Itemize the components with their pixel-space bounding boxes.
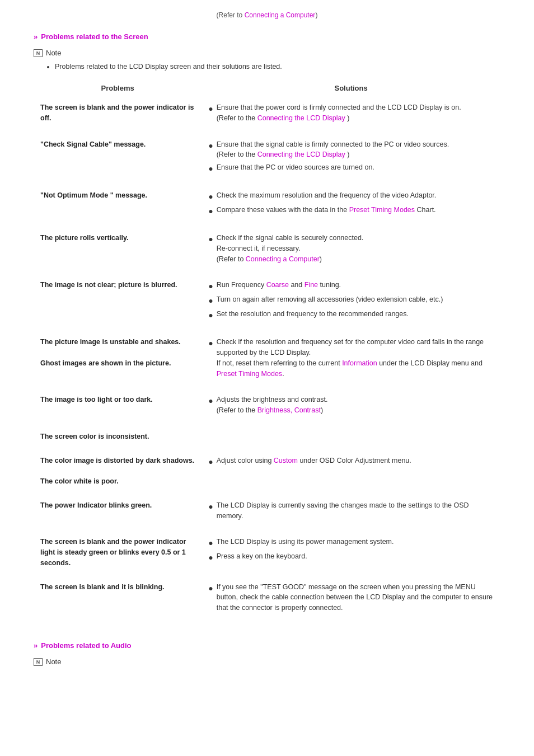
col-problems-header: Problems xyxy=(34,81,202,98)
bullet-icon: ● xyxy=(208,552,213,564)
solution-cell: ●Run Frequency Coarse and Fine tuning. ●… xyxy=(202,275,500,332)
table-row: The image is too light or too dark. ●Adj… xyxy=(34,390,500,427)
problem-cell: The picture image is unstable and shakes… xyxy=(34,332,202,390)
bullet-icon: ● xyxy=(208,583,213,594)
bullet-icon: ● xyxy=(208,501,213,513)
table-row: The image is not clear; picture is blurr… xyxy=(34,275,500,332)
solution-text: Check the maximum resolution and the fre… xyxy=(217,190,494,201)
note-label-2: Note xyxy=(46,658,61,666)
section2-heading: Problems related to Audio xyxy=(34,641,500,650)
table-row: The power Indicator blinks green. ●The L… xyxy=(34,496,500,533)
note-text: Problems related to the LCD Display scre… xyxy=(46,63,500,71)
solution-text: Set the resolution and frequency to the … xyxy=(217,309,494,320)
table-row: "Not Optimum Mode " message. ●Check the … xyxy=(34,186,500,228)
connecting-computer-link[interactable]: Connecting a Computer xyxy=(246,255,320,263)
bullet-icon: ● xyxy=(208,103,213,115)
bullet-icon: ● xyxy=(208,537,213,549)
problem-cell: The power Indicator blinks green. xyxy=(34,496,202,533)
section1-heading: Problems related to the Screen xyxy=(34,32,500,41)
solution-text: The LCD Display is currently saving the … xyxy=(217,500,494,522)
solution-text: If you see the "TEST GOOD" message on th… xyxy=(217,582,494,613)
problem-text2: Ghost images are shown in the picture. xyxy=(40,359,171,367)
lcd-display-link2[interactable]: Connecting the LCD Display xyxy=(257,151,345,158)
bullet-icon: ● xyxy=(208,191,213,203)
problems-table: Problems Solutions The screen is blank a… xyxy=(34,81,500,624)
solution-text: Ensure that the signal cable is firmly c… xyxy=(217,139,494,161)
lcd-display-link[interactable]: Connecting the LCD Display xyxy=(257,114,345,122)
col-solutions-header: Solutions xyxy=(202,81,500,98)
solution-cell xyxy=(202,427,500,451)
problem-cell: The picture rolls vertically. xyxy=(34,228,202,275)
page-wrapper: (Refer to Connecting a Computer) Problem… xyxy=(0,0,534,694)
problem-cell: The screen color is inconsistent. xyxy=(34,427,202,451)
solution-cell: ●Adjust color using Custom under OSD Col… xyxy=(202,451,500,496)
table-row: The screen is blank and the power indica… xyxy=(34,532,500,577)
table-row: The screen is blank and the power indica… xyxy=(34,98,500,135)
solution-cell: ●Adjusts the brightness and contrast.(Re… xyxy=(202,390,500,427)
table-row: The screen color is inconsistent. xyxy=(34,427,500,451)
solution-cell: ●Ensure that the power cord is firmly co… xyxy=(202,98,500,135)
problem-cell: The screen is blank and it is blinking. xyxy=(34,577,202,624)
table-row: "Check Signal Cable" message. ●Ensure th… xyxy=(34,135,500,186)
solution-text: Check if the signal cable is securely co… xyxy=(217,233,494,264)
bullet-icon: ● xyxy=(208,205,213,217)
table-row: The picture image is unstable and shakes… xyxy=(34,332,500,390)
top-ref-paren: ) xyxy=(315,11,317,19)
connecting-computer-link-top[interactable]: Connecting a Computer xyxy=(245,11,316,19)
bullet-icon: ● xyxy=(208,233,213,245)
solution-text: Check if the resolution and frequency se… xyxy=(217,337,494,379)
bullet-icon: ● xyxy=(208,456,213,468)
solution-text: Ensure that the PC or video sources are … xyxy=(217,162,494,173)
solution-cell: ●Check if the resolution and frequency s… xyxy=(202,332,500,390)
solution-cell: ●If you see the "TEST GOOD" message on t… xyxy=(202,577,500,624)
problem-cell: "Check Signal Cable" message. xyxy=(34,135,202,186)
top-ref-text: (Refer to xyxy=(217,11,245,19)
solution-text: Run Frequency Coarse and Fine tuning. xyxy=(217,280,494,290)
table-row: The picture rolls vertically. ●Check if … xyxy=(34,228,500,275)
solution-text: Press a key on the keyboard. xyxy=(217,551,494,562)
solution-text: Adjusts the brightness and contrast.(Ref… xyxy=(217,395,494,416)
solution-cell: ●Check if the signal cable is securely c… xyxy=(202,228,500,275)
bullet-icon: ● xyxy=(208,395,213,407)
problem-text2: The color white is poor. xyxy=(40,477,119,485)
problem-cell: The screen is blank and the power indica… xyxy=(34,532,202,577)
custom-link[interactable]: Custom xyxy=(274,457,298,464)
problem-cell: The color image is distorted by dark sha… xyxy=(34,451,202,496)
solution-text: Adjust color using Custom under OSD Colo… xyxy=(217,456,494,466)
note-label: Note xyxy=(46,49,61,57)
problem-cell: The screen is blank and the power indica… xyxy=(34,98,202,135)
coarse-link[interactable]: Coarse xyxy=(266,281,289,289)
problem-text: The color image is distorted by dark sha… xyxy=(40,457,194,464)
note-box: N Note xyxy=(34,49,500,57)
bullet-icon: ● xyxy=(208,337,213,349)
solution-cell: ●The LCD Display is using its power mana… xyxy=(202,532,500,577)
problem-cell: The image is not clear; picture is blurr… xyxy=(34,275,202,332)
note-icon-2: N xyxy=(34,658,43,666)
solution-text: The LCD Display is using its power manag… xyxy=(217,537,494,547)
fine-link[interactable]: Fine xyxy=(305,281,318,289)
solution-text: Ensure that the power cord is firmly con… xyxy=(217,102,494,124)
problem-cell: "Not Optimum Mode " message. xyxy=(34,186,202,228)
problem-cell: The image is too light or too dark. xyxy=(34,390,202,427)
bullet-icon: ● xyxy=(208,295,213,307)
preset-timing-link[interactable]: Preset Timing Modes xyxy=(349,206,415,214)
table-row: The screen is blank and it is blinking. … xyxy=(34,577,500,624)
bullet-icon: ● xyxy=(208,309,213,321)
note-icon: N xyxy=(34,49,43,57)
top-reference: (Refer to Connecting a Computer) xyxy=(34,11,500,19)
solution-cell: ●Ensure that the signal cable is firmly … xyxy=(202,135,500,186)
information-link[interactable]: Information xyxy=(342,359,377,367)
solution-text: Compare these values with the data in th… xyxy=(217,205,494,215)
brightness-contrast-link[interactable]: Brightness, Contrast xyxy=(257,406,321,414)
solution-cell: ●Check the maximum resolution and the fr… xyxy=(202,186,500,228)
bullet-icon: ● xyxy=(208,163,213,175)
table-row: The color image is distorted by dark sha… xyxy=(34,451,500,496)
bullet-icon: ● xyxy=(208,280,213,292)
problem-text: The picture image is unstable and shakes… xyxy=(40,338,181,346)
preset-timing-link2[interactable]: Preset Timing Modes xyxy=(217,370,282,378)
solution-cell: ●The LCD Display is currently saving the… xyxy=(202,496,500,533)
note-box-2: N Note xyxy=(34,658,500,666)
solution-text: Turn on again after removing all accesso… xyxy=(217,294,494,305)
bullet-icon: ● xyxy=(208,140,213,152)
